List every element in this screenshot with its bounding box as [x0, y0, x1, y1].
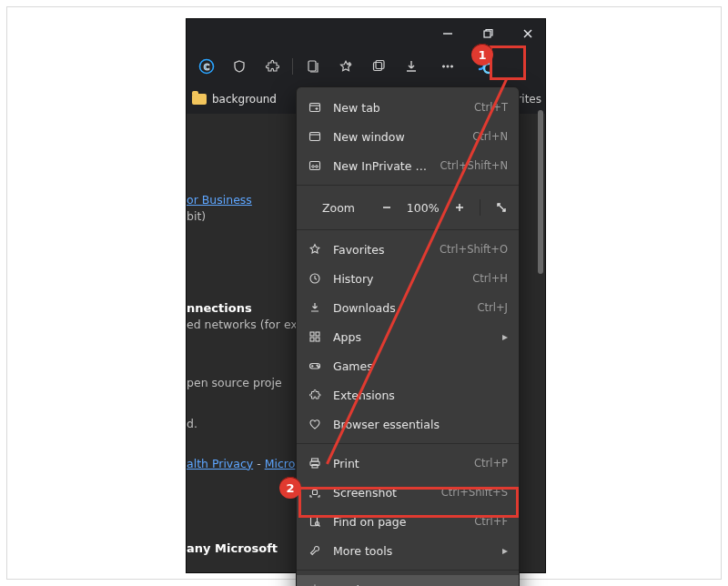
profile-c-icon[interactable]: C [192, 52, 221, 81]
tools-icon [308, 543, 322, 558]
menu-shortcut: Ctrl+F [474, 515, 508, 528]
menu-extensions[interactable]: Extensions [297, 380, 519, 409]
screenshot-icon [308, 485, 322, 500]
section-body-d: d. [187, 417, 197, 430]
fullscreen-button[interactable] [490, 195, 513, 220]
menu-apps[interactable]: Apps ▸ [297, 322, 519, 351]
svg-text:C: C [204, 63, 210, 72]
menu-separator [297, 570, 519, 571]
menu-more-tools[interactable]: More tools ▸ [297, 536, 519, 565]
browser-window: C background orites [186, 18, 546, 573]
zoom-label: Zoom [322, 201, 369, 215]
menu-label: Browser essentials [333, 418, 508, 431]
menu-shortcut: Ctrl+T [474, 101, 508, 114]
menu-settings[interactable]: Settings [297, 575, 519, 586]
menu-separator [297, 229, 519, 230]
svg-rect-39 [313, 490, 318, 495]
page-link-privacy[interactable]: alth Privacy [187, 457, 253, 470]
page-link-micro[interactable]: Micro [265, 457, 296, 470]
menu-label: History [333, 272, 461, 286]
menu-separator [297, 185, 519, 186]
menu-label: New window [333, 130, 461, 144]
zoom-out-button[interactable] [375, 195, 399, 220]
svg-point-35 [318, 366, 318, 367]
svg-rect-1 [484, 31, 490, 37]
gear-icon [308, 582, 322, 586]
menu-new-window[interactable]: New window Ctrl+N [297, 122, 519, 151]
menu-label: Find on page [333, 515, 463, 529]
menu-shortcut: Ctrl+Shift+O [440, 243, 508, 256]
menu-favorites[interactable]: Favorites Ctrl+Shift+O [297, 235, 519, 264]
window-icon [308, 129, 322, 144]
close-button[interactable] [516, 22, 540, 45]
favorites-folder-name[interactable]: background [212, 93, 277, 106]
svg-rect-40 [311, 517, 318, 526]
downloads-icon[interactable] [397, 52, 426, 81]
menu-label: Extensions [333, 389, 508, 402]
section-title-connections: nnections [187, 301, 252, 315]
menu-label: Apps [333, 330, 491, 344]
callout-one: 1 [471, 44, 493, 66]
menu-label: New tab [333, 101, 463, 115]
menu-shortcut: Ctrl+J [478, 301, 509, 314]
search-page-icon [308, 514, 322, 529]
minimize-button[interactable] [436, 22, 460, 45]
menu-label: Favorites [333, 243, 429, 257]
history-icon [308, 271, 322, 286]
star-icon [308, 242, 322, 257]
svg-point-13 [450, 66, 452, 67]
games-icon [308, 359, 322, 373]
menu-print[interactable]: Print Ctrl+P [297, 449, 519, 478]
svg-rect-38 [312, 465, 318, 469]
svg-point-22 [316, 166, 318, 168]
svg-rect-14 [310, 104, 320, 112]
zoom-separator [480, 199, 480, 216]
svg-point-11 [442, 66, 444, 67]
tab-actions-icon[interactable] [364, 52, 393, 81]
menu-games[interactable]: Games [297, 351, 519, 380]
menu-shortcut: Ctrl+H [472, 272, 508, 285]
menu-browser-essentials[interactable]: Browser essentials [297, 409, 519, 439]
section-body-opensource: pen source proje [187, 376, 282, 389]
svg-rect-18 [310, 133, 320, 141]
shield-icon[interactable] [225, 52, 254, 81]
svg-rect-29 [310, 338, 314, 341]
svg-rect-30 [316, 338, 319, 341]
svg-rect-28 [316, 332, 319, 336]
chevron-right-icon: ▸ [502, 330, 508, 343]
menu-new-tab[interactable]: New tab Ctrl+T [297, 93, 519, 122]
window-plus-icon [308, 100, 322, 115]
callout-two: 2 [279, 477, 301, 499]
section-body-networks: ed networks (for ex [187, 318, 298, 331]
zoom-value: 100% [404, 201, 442, 215]
menu-find-on-page[interactable]: Find on page Ctrl+F [297, 507, 519, 536]
zoom-in-button[interactable] [448, 195, 471, 220]
puzzle-icon [308, 388, 322, 402]
page-footer-text: any Microsoft [187, 541, 278, 555]
menu-shortcut: Ctrl+N [472, 130, 508, 143]
menu-inprivate[interactable]: New InPrivate window Ctrl+Shift+N [297, 151, 519, 180]
menu-zoom-row: Zoom 100% [297, 190, 519, 225]
favorites-star-icon[interactable] [331, 52, 360, 81]
menu-history[interactable]: History Ctrl+H [297, 264, 519, 293]
svg-point-21 [312, 166, 315, 168]
extensions-icon[interactable] [258, 52, 287, 81]
more-button[interactable] [433, 52, 462, 81]
scrollbar[interactable] [538, 110, 543, 274]
menu-label: More tools [333, 544, 491, 558]
menu-label: New InPrivate window [333, 159, 430, 173]
page-link-business[interactable]: or Business [187, 193, 252, 207]
menu-label: Screenshot [333, 486, 430, 500]
toolbar-separator [292, 58, 293, 75]
window-caption [187, 19, 545, 48]
heart-pulse-icon [308, 417, 322, 431]
menu-screenshot[interactable]: Screenshot Ctrl+Shift+S [297, 478, 519, 507]
apps-icon [308, 329, 322, 344]
restore-button[interactable] [476, 22, 500, 45]
collections-icon[interactable] [298, 52, 328, 81]
folder-icon [192, 94, 207, 105]
menu-label: Downloads [333, 301, 467, 315]
svg-point-34 [317, 365, 318, 366]
menu-downloads[interactable]: Downloads Ctrl+J [297, 293, 519, 322]
svg-rect-27 [310, 332, 314, 336]
